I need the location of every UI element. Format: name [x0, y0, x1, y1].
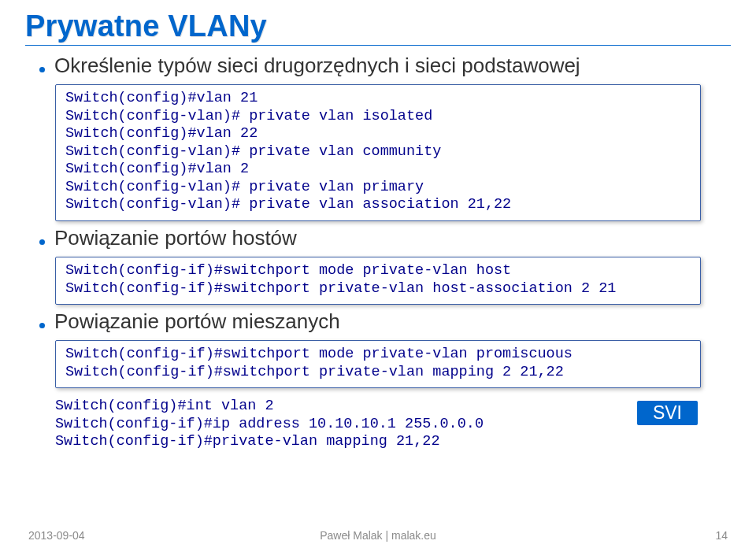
bullet-dot-icon — [39, 67, 45, 72]
slide-content: Prywatne VLANy Określenie typów sieci dr… — [0, 0, 756, 451]
svi-section: Switch(config)#int vlan 2 Switch(config-… — [55, 398, 701, 451]
code-block-3: Switch(config-if)#switchport mode privat… — [55, 340, 701, 388]
code-line: Switch(config-vlan)# private vlan commun… — [65, 143, 691, 161]
code-line: Switch(config-vlan)# private vlan isolat… — [65, 108, 691, 126]
code-line: Switch(config)#int vlan 2 — [55, 398, 701, 416]
code-line: Switch(config-if)#switchport mode privat… — [65, 346, 691, 364]
bullet-dot-icon — [39, 323, 45, 328]
code-line: Switch(config)#vlan 21 — [65, 90, 691, 108]
code-line: Switch(config-vlan)# private vlan primar… — [65, 179, 691, 197]
code-line: Switch(config-vlan)# private vlan associ… — [65, 196, 691, 214]
footer-author: Paweł Malak | malak.eu — [0, 529, 756, 542]
bullet-dot-icon — [39, 239, 45, 245]
code-block-2: Switch(config-if)#switchport mode privat… — [55, 257, 701, 305]
bullet-3-text: Powiązanie portów mieszanych — [54, 309, 340, 334]
code-line: Switch(config)#vlan 2 — [65, 161, 691, 179]
footer-page-number: 14 — [715, 529, 728, 542]
title-underline — [25, 45, 731, 46]
bullet-3: Powiązanie portów mieszanych — [39, 309, 731, 334]
footer-date: 2013-09-04 — [28, 529, 85, 542]
slide-footer: 2013-09-04 Paweł Malak | malak.eu 14 — [0, 529, 756, 542]
svi-badge: SVI — [637, 401, 698, 425]
bullet-1: Określenie typów sieci drugorzędnych i s… — [39, 54, 731, 78]
code-line: Switch(config)#vlan 22 — [65, 125, 691, 143]
bullet-2: Powiązanie portów hostów — [39, 226, 731, 250]
bullet-2-text: Powiązanie portów hostów — [54, 226, 297, 250]
code-line: Switch(config-if)#switchport mode privat… — [65, 262, 691, 280]
page-title: Prywatne VLANy — [25, 9, 731, 43]
code-line: Switch(config-if)#switchport private-vla… — [65, 280, 691, 298]
code-line: Switch(config-if)#private-vlan mapping 2… — [55, 433, 701, 451]
code-line: Switch(config-if)#switchport private-vla… — [65, 364, 691, 382]
code-line: Switch(config-if)#ip address 10.10.10.1 … — [55, 416, 701, 434]
bullet-1-text: Określenie typów sieci drugorzędnych i s… — [54, 54, 580, 78]
code-block-1: Switch(config)#vlan 21 Switch(config-vla… — [55, 84, 701, 221]
